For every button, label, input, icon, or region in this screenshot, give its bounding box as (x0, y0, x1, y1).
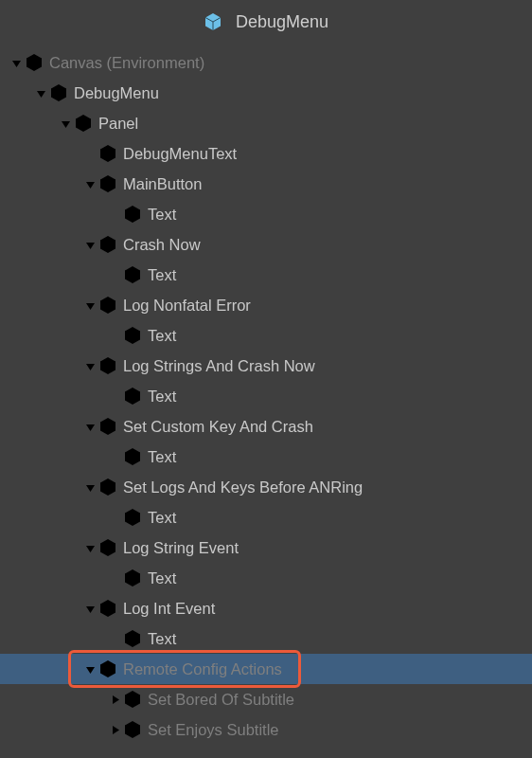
expand-arrow-icon[interactable] (108, 723, 121, 736)
hierarchy-label: Log Strings And Crash Now (123, 358, 315, 374)
gameobject-icon (123, 205, 142, 224)
hierarchy-row[interactable]: Set Logs And Keys Before ANRing (0, 472, 532, 502)
hierarchy-tree[interactable]: Canvas (Environment) DebugMenu Panel Deb… (0, 44, 532, 745)
gameobject-icon (98, 174, 117, 193)
gameobject-icon (74, 114, 93, 133)
gameobject-icon (123, 508, 142, 527)
hierarchy-label: Remote Config Actions (123, 661, 282, 677)
collapse-arrow-icon[interactable] (34, 86, 47, 99)
hierarchy-label: DebugMenu (74, 85, 159, 101)
hierarchy-label: Log Nonfatal Error (123, 298, 251, 314)
collapse-arrow-icon[interactable] (83, 238, 97, 251)
header-title: DebugMenu (236, 12, 328, 32)
gameobject-icon (98, 478, 117, 496)
hierarchy-label: Text (148, 328, 176, 344)
hierarchy-row[interactable]: Log Nonfatal Error (0, 290, 532, 320)
collapse-arrow-icon[interactable] (83, 541, 97, 554)
hierarchy-row[interactable]: Text (0, 442, 532, 472)
gameobject-icon (49, 83, 68, 102)
gameobject-icon (98, 599, 117, 618)
gameobject-icon (123, 447, 142, 466)
collapse-arrow-icon[interactable] (59, 117, 72, 130)
gameobject-icon (98, 417, 117, 436)
gameobject-icon (98, 659, 117, 678)
hierarchy-label: Text (148, 267, 176, 283)
collapse-arrow-icon[interactable] (83, 662, 97, 676)
hierarchy-label: Set Custom Key And Crash (123, 419, 313, 435)
gameobject-icon (123, 568, 142, 587)
hierarchy-label: MainButton (123, 176, 202, 192)
collapse-arrow-icon[interactable] (83, 359, 97, 372)
hierarchy-row[interactable]: Text (0, 623, 532, 654)
gameobject-icon (98, 356, 117, 375)
hierarchy-row[interactable]: Set Enjoys Subtitle (0, 714, 532, 745)
prefab-icon (204, 12, 222, 31)
hierarchy-row[interactable]: Canvas (Environment) (0, 47, 532, 78)
hierarchy-label: Text (148, 207, 176, 223)
gameobject-icon (123, 326, 142, 345)
gameobject-icon (98, 235, 117, 254)
hierarchy-row[interactable]: Text (0, 381, 532, 411)
hierarchy-label: Text (148, 388, 176, 405)
hierarchy-row[interactable]: Panel (0, 108, 532, 138)
hierarchy-row[interactable]: Text (0, 502, 532, 532)
gameobject-icon (123, 265, 142, 284)
hierarchy-row[interactable]: Log String Event (0, 532, 532, 563)
gameobject-icon (25, 53, 44, 72)
hierarchy-label: Text (148, 449, 176, 465)
hierarchy-row[interactable]: Text (0, 199, 532, 229)
hierarchy-row[interactable]: Remote Config Actions (0, 654, 532, 684)
gameobject-icon (123, 629, 142, 648)
expand-arrow-icon[interactable] (108, 693, 121, 706)
hierarchy-row[interactable]: Set Custom Key And Crash (0, 411, 532, 442)
hierarchy-header: DebugMenu (0, 0, 532, 44)
hierarchy-label: Panel (98, 116, 138, 132)
hierarchy-row[interactable]: DebugMenuText (0, 138, 532, 169)
gameobject-icon (98, 538, 117, 557)
gameobject-icon (98, 144, 117, 163)
hierarchy-label: Log String Event (123, 540, 239, 556)
gameobject-icon (123, 690, 142, 709)
hierarchy-label: Set Enjoys Subtitle (148, 722, 279, 738)
hierarchy-label: Set Bored Of Subtitle (148, 692, 294, 708)
hierarchy-label: Log Int Event (123, 601, 215, 617)
collapse-arrow-icon[interactable] (9, 56, 23, 69)
hierarchy-row[interactable]: Text (0, 320, 532, 351)
hierarchy-row[interactable]: MainButton (0, 169, 532, 199)
hierarchy-row[interactable]: Set Bored Of Subtitle (0, 684, 532, 714)
hierarchy-label: Canvas (Environment) (49, 55, 204, 71)
collapse-arrow-icon[interactable] (83, 177, 97, 190)
hierarchy-row[interactable]: DebugMenu (0, 78, 532, 108)
gameobject-icon (98, 296, 117, 315)
hierarchy-label: Set Logs And Keys Before ANRing (123, 479, 363, 496)
hierarchy-label: DebugMenuText (123, 146, 237, 162)
collapse-arrow-icon[interactable] (83, 298, 97, 312)
gameobject-icon (123, 720, 142, 739)
hierarchy-row[interactable]: Text (0, 260, 532, 290)
collapse-arrow-icon[interactable] (83, 602, 97, 615)
collapse-arrow-icon[interactable] (83, 420, 97, 433)
hierarchy-row[interactable]: Crash Now (0, 229, 532, 260)
collapse-arrow-icon[interactable] (83, 480, 97, 494)
hierarchy-label: Text (148, 510, 176, 526)
hierarchy-label: Text (148, 570, 176, 587)
gameobject-icon (123, 387, 142, 406)
hierarchy-row[interactable]: Text (0, 563, 532, 593)
hierarchy-row[interactable]: Log Int Event (0, 593, 532, 623)
hierarchy-label: Crash Now (123, 237, 201, 253)
hierarchy-label: Text (148, 631, 176, 647)
hierarchy-row[interactable]: Log Strings And Crash Now (0, 351, 532, 381)
